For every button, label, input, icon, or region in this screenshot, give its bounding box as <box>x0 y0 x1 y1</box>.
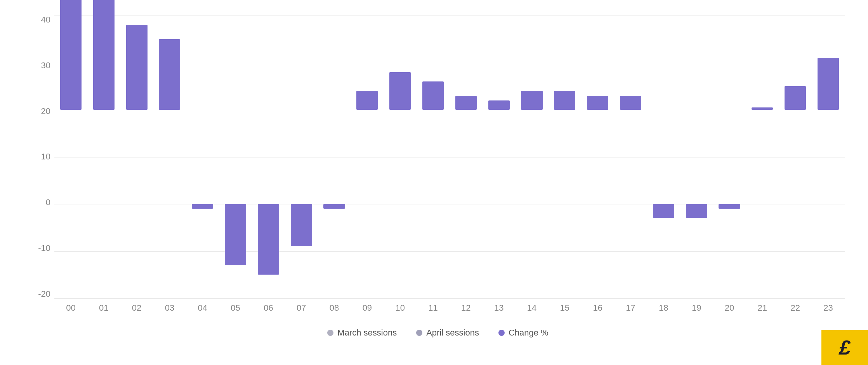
bar-group <box>285 16 318 298</box>
bar <box>159 39 180 110</box>
chart-area: 403020100-10-20 000102030405060708091011… <box>31 16 845 322</box>
x-axis-label: 10 <box>384 303 417 313</box>
bars-wrapper <box>54 16 845 298</box>
bar-group <box>779 16 812 298</box>
x-axis-label: 07 <box>285 303 318 313</box>
bar <box>653 204 674 218</box>
y-axis-label: 20 <box>41 107 50 116</box>
bar <box>323 204 345 209</box>
x-axis-label: 05 <box>219 303 252 313</box>
bar-group <box>351 16 384 298</box>
x-axis-label: 11 <box>417 303 450 313</box>
x-axis-label: 14 <box>516 303 549 313</box>
bar-group <box>318 16 351 298</box>
bar <box>488 100 510 110</box>
bar <box>192 204 213 209</box>
x-axis-label: 02 <box>120 303 153 313</box>
legend-march: March sessions <box>327 328 397 338</box>
x-axis-label: 08 <box>318 303 351 313</box>
bar <box>93 0 115 110</box>
bar-group <box>812 16 845 298</box>
x-axis-label: 03 <box>153 303 186 313</box>
legend-april: April sessions <box>416 328 479 338</box>
bar <box>291 204 312 246</box>
bar <box>225 204 246 265</box>
x-axis-label: 22 <box>779 303 812 313</box>
grid-and-bars <box>54 16 845 298</box>
x-axis-label: 16 <box>581 303 614 313</box>
x-axis-label: 04 <box>186 303 219 313</box>
x-axis-label: 15 <box>548 303 581 313</box>
legend-march-dot <box>327 330 333 336</box>
y-axis-label: 0 <box>46 198 50 207</box>
x-axis-label: 12 <box>450 303 483 313</box>
y-axis-label: 40 <box>41 16 50 24</box>
legend-march-label: March sessions <box>337 328 397 338</box>
bar-group <box>516 16 549 298</box>
bar <box>554 91 575 110</box>
logo-badge: £ <box>821 330 868 365</box>
bar <box>258 204 279 275</box>
x-axis: 0001020304050607080910111213141516171819… <box>54 298 845 322</box>
legend-change: Change % <box>498 328 549 338</box>
bar-group <box>713 16 746 298</box>
bar-group <box>450 16 483 298</box>
bar <box>455 96 477 110</box>
bar-group <box>483 16 516 298</box>
x-axis-label: 13 <box>483 303 516 313</box>
bar-group <box>54 16 87 298</box>
bar-group <box>647 16 680 298</box>
bar <box>126 25 148 110</box>
y-axis-label: 10 <box>41 152 50 161</box>
logo-symbol: £ <box>839 336 851 359</box>
bar-group <box>153 16 186 298</box>
x-axis-label: 18 <box>647 303 680 313</box>
chart-container: 403020100-10-20 000102030405060708091011… <box>0 0 868 365</box>
x-axis-label: 06 <box>252 303 285 313</box>
x-axis-label: 01 <box>87 303 120 313</box>
bar-group <box>417 16 450 298</box>
x-axis-label: 19 <box>680 303 713 313</box>
bar <box>60 0 82 110</box>
x-axis-label: 09 <box>351 303 384 313</box>
x-axis-label: 20 <box>713 303 746 313</box>
x-axis-label: 00 <box>54 303 87 313</box>
bar <box>521 91 542 110</box>
bar-group <box>581 16 614 298</box>
bar <box>686 204 707 218</box>
bar-group <box>680 16 713 298</box>
legend-change-dot <box>498 330 505 336</box>
bar <box>422 81 444 110</box>
bar-group <box>384 16 417 298</box>
bar <box>818 58 839 110</box>
bar-group <box>614 16 647 298</box>
bar <box>785 86 806 110</box>
x-axis-label: 17 <box>614 303 647 313</box>
chart-legend: March sessions April sessions Change % <box>31 328 845 342</box>
bar <box>587 96 608 110</box>
y-axis-label: -10 <box>38 244 50 253</box>
y-axis-label: 30 <box>41 61 50 70</box>
bar-group <box>87 16 120 298</box>
bar <box>752 107 773 110</box>
legend-april-dot <box>416 330 422 336</box>
bar-group <box>186 16 219 298</box>
y-axis: 403020100-10-20 <box>31 16 54 298</box>
bar-group <box>252 16 285 298</box>
bar-group <box>120 16 153 298</box>
bar <box>719 204 740 209</box>
x-axis-label: 21 <box>746 303 779 313</box>
legend-april-label: April sessions <box>426 328 479 338</box>
x-axis-label: 23 <box>812 303 845 313</box>
bar-group <box>548 16 581 298</box>
legend-change-label: Change % <box>509 328 549 338</box>
bar-group <box>219 16 252 298</box>
bar <box>620 96 641 110</box>
y-axis-label: -20 <box>38 290 50 298</box>
bar <box>356 91 378 110</box>
bar-group <box>746 16 779 298</box>
bar <box>389 72 411 110</box>
